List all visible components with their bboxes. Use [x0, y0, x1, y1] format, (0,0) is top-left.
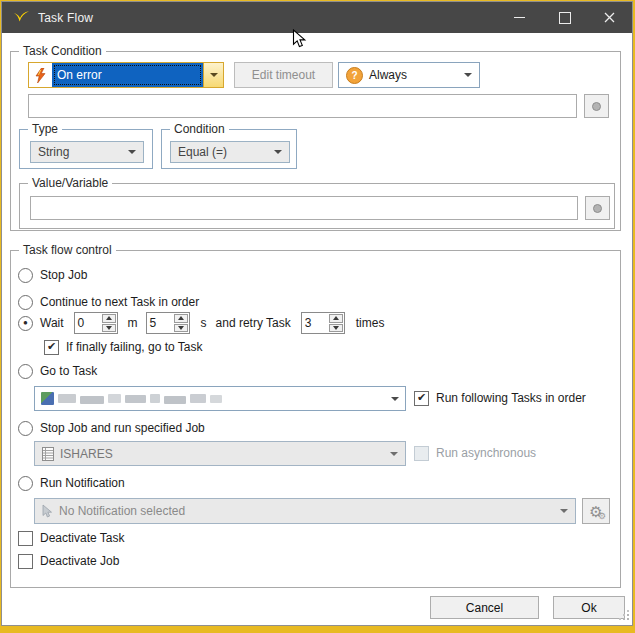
stepper-up-icon[interactable]: [174, 314, 188, 323]
if-finally-failing-label: If finally failing, go to Task: [66, 340, 203, 354]
deactivate-task-label: Deactivate Task: [40, 531, 125, 545]
minimize-button[interactable]: [497, 2, 542, 33]
retry-count-value[interactable]: 3: [302, 313, 328, 333]
chevron-down-icon: [391, 397, 399, 401]
option-run-notification[interactable]: Run Notification: [18, 475, 125, 491]
radio-go-to-task[interactable]: [18, 364, 33, 379]
task-condition-group: Task Condition On error Edit timeout ? A…: [10, 51, 621, 231]
value-picker-button[interactable]: [585, 196, 610, 220]
maximize-button[interactable]: [542, 2, 587, 33]
type-label: Type: [28, 122, 62, 136]
run-async-label: Run asynchronous: [436, 446, 536, 460]
redacted-task-name: [41, 392, 222, 405]
notification-combo[interactable]: No Notification selected: [34, 498, 576, 524]
stepper-down-icon[interactable]: [329, 324, 343, 333]
lightning-icon: [29, 63, 52, 87]
go-to-task-combo[interactable]: [34, 386, 406, 411]
value-variable-group: Value/Variable: [19, 183, 615, 229]
option-stop-job[interactable]: Stop Job: [18, 267, 87, 283]
checkbox-if-finally-failing[interactable]: ✔: [44, 340, 59, 355]
type-combo-value: String: [38, 145, 69, 159]
checkbox-deactivate-task[interactable]: [18, 531, 33, 546]
run-notification-label: Run Notification: [40, 476, 125, 490]
maximize-icon: [559, 12, 571, 24]
task-flow-control-label: Task flow control: [19, 243, 116, 257]
chevron-down-icon[interactable]: [203, 63, 223, 87]
notification-settings-button[interactable]: ⚙ ⚙: [582, 498, 610, 524]
stop-job-label: Stop Job: [40, 268, 87, 282]
ok-button[interactable]: Ok: [553, 596, 625, 619]
wait-seconds-value[interactable]: 5: [147, 313, 173, 333]
option-wait-retry[interactable]: ● Wait 0 m 5 s and retry Task 3 times: [18, 312, 384, 334]
resize-grip[interactable]: [627, 618, 629, 620]
expression-picker-button[interactable]: [584, 94, 609, 118]
dot-icon: [592, 102, 601, 111]
cancel-button[interactable]: Cancel: [430, 596, 539, 619]
option-deactivate-task[interactable]: Deactivate Task: [18, 530, 125, 546]
checkbox-deactivate-job[interactable]: [18, 554, 33, 569]
trigger-combo[interactable]: On error: [28, 62, 224, 88]
trigger-combo-value: On error: [52, 63, 203, 87]
retry-count-stepper[interactable]: 3: [301, 312, 345, 334]
deactivate-job-label: Deactivate Job: [40, 554, 119, 568]
option-stop-run-job[interactable]: Stop Job and run specified Job: [18, 420, 205, 436]
value-variable-label: Value/Variable: [28, 176, 112, 190]
chevron-down-icon: [464, 73, 472, 77]
type-group: Type String: [19, 129, 153, 169]
wait-minutes-stepper[interactable]: 0: [74, 312, 118, 334]
radio-continue-next[interactable]: [18, 295, 33, 310]
edit-timeout-button[interactable]: Edit timeout: [234, 62, 333, 88]
stepper-up-icon[interactable]: [102, 314, 116, 323]
wait-label: Wait: [40, 316, 64, 330]
option-continue-next[interactable]: Continue to next Task in order: [18, 294, 199, 310]
wait-minutes-value[interactable]: 0: [75, 313, 101, 333]
mode-combo-value: Always: [369, 68, 407, 82]
radio-stop-job[interactable]: [18, 268, 33, 283]
times-label: times: [356, 316, 385, 330]
condition-combo-value: Equal (=): [178, 145, 227, 159]
run-following-label: Run following Tasks in order: [436, 391, 586, 405]
option-run-async[interactable]: Run asynchronous: [414, 445, 536, 461]
expression-input[interactable]: [28, 94, 577, 118]
type-combo[interactable]: String: [30, 141, 144, 163]
question-circle-icon: ?: [346, 67, 363, 84]
wait-seconds-stepper[interactable]: 5: [146, 312, 190, 334]
go-to-task-label: Go to Task: [40, 364, 97, 378]
condition-group: Condition Equal (=): [161, 129, 297, 169]
stepper-down-icon[interactable]: [102, 324, 116, 333]
titlebar[interactable]: Task Flow: [2, 2, 632, 33]
stepper-down-icon[interactable]: [174, 324, 188, 333]
radio-run-notification[interactable]: [18, 476, 33, 491]
task-condition-label: Task Condition: [19, 44, 106, 58]
visualcron-logo-icon: [13, 10, 30, 25]
minimize-icon: [514, 17, 525, 18]
table-icon: [42, 447, 54, 461]
radio-stop-run-job[interactable]: [18, 421, 33, 436]
option-run-following[interactable]: ✔ Run following Tasks in order: [414, 390, 586, 406]
close-button[interactable]: [587, 2, 632, 33]
checkbox-run-following[interactable]: ✔: [414, 391, 429, 406]
stepper-up-icon[interactable]: [329, 314, 343, 323]
seconds-unit-label: s: [201, 316, 207, 330]
option-deactivate-job[interactable]: Deactivate Job: [18, 553, 119, 569]
checkbox-run-async[interactable]: [414, 446, 429, 461]
job-combo[interactable]: ISHARES: [34, 441, 406, 466]
task-flow-control-group: Task flow control Stop Job Continue to n…: [10, 250, 621, 588]
option-if-finally-failing[interactable]: ✔ If finally failing, go to Task: [44, 339, 203, 355]
gears-icon: ⚙: [598, 512, 606, 521]
option-go-to-task[interactable]: Go to Task: [18, 363, 97, 379]
chevron-down-icon: [128, 150, 136, 154]
minutes-unit-label: m: [128, 316, 138, 330]
value-variable-input[interactable]: [30, 196, 578, 220]
radio-wait[interactable]: ●: [18, 316, 33, 331]
stop-run-job-label: Stop Job and run specified Job: [40, 421, 205, 435]
chevron-down-icon: [390, 452, 398, 456]
condition-combo[interactable]: Equal (=): [170, 141, 290, 163]
mode-combo[interactable]: ? Always: [338, 62, 480, 88]
notification-combo-value: No Notification selected: [59, 504, 185, 518]
window-title: Task Flow: [38, 11, 93, 25]
mouse-cursor: [292, 29, 307, 50]
close-icon: [604, 12, 615, 23]
dot-icon: [593, 204, 602, 213]
chevron-down-icon: [274, 150, 282, 154]
